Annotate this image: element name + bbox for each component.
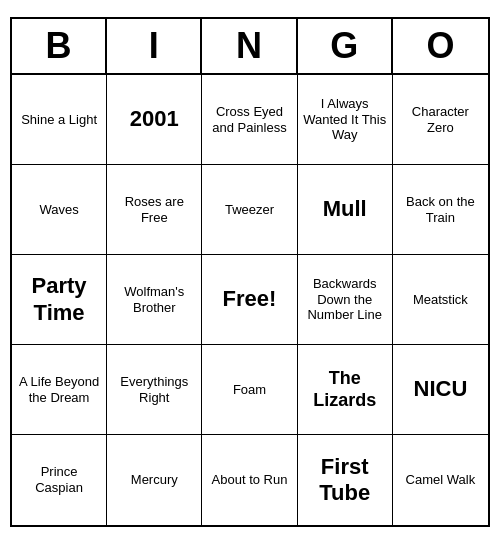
bingo-cell[interactable]: I Always Wanted It This Way: [298, 75, 393, 165]
bingo-card: BINGO Shine a Light2001Cross Eyed and Pa…: [10, 17, 490, 527]
bingo-cell[interactable]: Wolfman's Brother: [107, 255, 202, 345]
bingo-cell[interactable]: Prince Caspian: [12, 435, 107, 525]
bingo-cell[interactable]: Cross Eyed and Painless: [202, 75, 297, 165]
bingo-cell[interactable]: A Life Beyond the Dream: [12, 345, 107, 435]
header-letter: I: [107, 19, 202, 73]
bingo-cell[interactable]: Free!: [202, 255, 297, 345]
header-letter: O: [393, 19, 488, 73]
bingo-cell[interactable]: NICU: [393, 345, 488, 435]
bingo-cell[interactable]: Mull: [298, 165, 393, 255]
header-letter: N: [202, 19, 297, 73]
bingo-cell[interactable]: 2001: [107, 75, 202, 165]
bingo-cell[interactable]: The Lizards: [298, 345, 393, 435]
bingo-cell[interactable]: Back on the Train: [393, 165, 488, 255]
bingo-cell[interactable]: Backwards Down the Number Line: [298, 255, 393, 345]
header-letter: B: [12, 19, 107, 73]
bingo-cell[interactable]: Shine a Light: [12, 75, 107, 165]
bingo-cell[interactable]: Foam: [202, 345, 297, 435]
bingo-cell[interactable]: Meatstick: [393, 255, 488, 345]
bingo-cell[interactable]: Mercury: [107, 435, 202, 525]
bingo-grid: Shine a Light2001Cross Eyed and Painless…: [12, 75, 488, 525]
bingo-cell[interactable]: About to Run: [202, 435, 297, 525]
bingo-cell[interactable]: Waves: [12, 165, 107, 255]
bingo-cell[interactable]: Party Time: [12, 255, 107, 345]
bingo-cell[interactable]: Camel Walk: [393, 435, 488, 525]
header-letter: G: [298, 19, 393, 73]
bingo-cell[interactable]: Roses are Free: [107, 165, 202, 255]
bingo-header: BINGO: [12, 19, 488, 75]
bingo-cell[interactable]: Tweezer: [202, 165, 297, 255]
bingo-cell[interactable]: First Tube: [298, 435, 393, 525]
bingo-cell[interactable]: Everythings Right: [107, 345, 202, 435]
bingo-cell[interactable]: Character Zero: [393, 75, 488, 165]
